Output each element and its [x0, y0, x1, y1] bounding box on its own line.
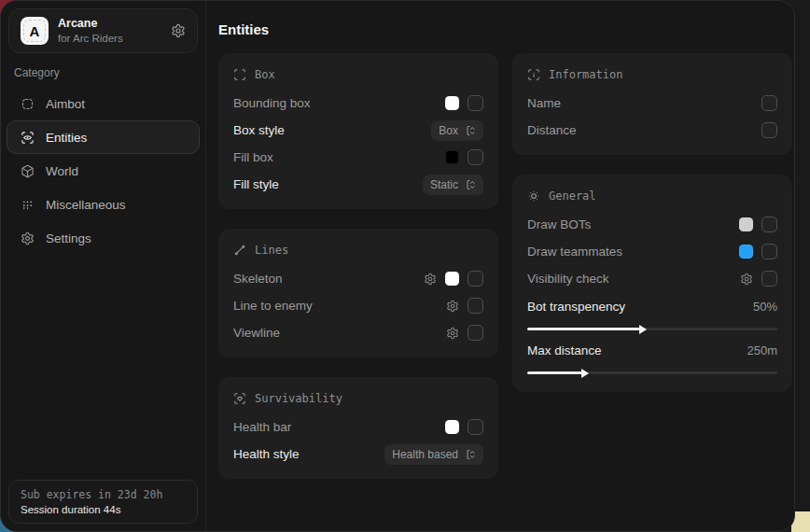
sidebar-item-aimbot[interactable]: Aimbot — [7, 87, 200, 120]
slider-fill — [527, 371, 582, 374]
setting-row: Name — [527, 90, 777, 117]
setting-row: Distance — [527, 117, 777, 144]
sidebar-item-label: Entities — [46, 131, 87, 145]
setting-row: Health style Health based — [233, 441, 483, 468]
sidebar-item-label: Miscellaneous — [46, 198, 126, 212]
scan-eye-icon — [21, 131, 35, 145]
row-label: Max distance — [527, 343, 602, 357]
checkbox[interactable] — [761, 95, 777, 111]
color-swatch[interactable] — [445, 420, 459, 434]
checkbox[interactable] — [468, 325, 483, 341]
gear-icon — [21, 231, 35, 245]
chevron-up-down-icon — [465, 449, 476, 460]
app-header: A Arcane for Arc Riders — [8, 8, 198, 53]
dropdown-value: Static — [430, 178, 458, 191]
sidebar-item-settings[interactable]: Settings — [7, 221, 200, 255]
survivability-card-header: Survivability — [233, 388, 483, 409]
dropdown-value: Box — [439, 124, 458, 137]
cube-icon — [21, 164, 35, 178]
gear-icon[interactable] — [424, 273, 437, 286]
color-swatch[interactable] — [739, 245, 753, 259]
sub-expires-text: Sub expires in 23d 20h — [21, 488, 186, 501]
sun-dim-icon — [527, 189, 540, 203]
box-card: Box Bounding box Box style Box — [218, 53, 498, 209]
app-subtitle: for Arc Riders — [58, 32, 123, 45]
sidebar-item-label: Aimbot — [46, 97, 85, 111]
color-swatch[interactable] — [445, 272, 459, 286]
setting-row: Bounding box — [233, 90, 483, 117]
health-style-dropdown[interactable]: Health based — [384, 444, 483, 465]
box-style-dropdown[interactable]: Box — [431, 120, 483, 141]
chevron-up-down-icon — [465, 179, 476, 190]
color-swatch[interactable] — [445, 150, 459, 164]
scan-info-icon — [527, 68, 540, 81]
app-logo: A — [21, 17, 49, 45]
sidebar-item-miscellaneous[interactable]: Miscellaneous — [7, 188, 200, 221]
card-title: Lines — [255, 244, 288, 257]
app-window: A Arcane for Arc Riders Category Aimbot — [0, 0, 795, 532]
slider-thumb[interactable] — [639, 325, 647, 334]
left-column: Box Bounding box Box style Box — [218, 53, 498, 479]
dots-grid-icon — [21, 198, 35, 212]
color-swatch[interactable] — [739, 217, 753, 231]
sidebar-item-world[interactable]: World — [7, 154, 200, 188]
slider-label-row: Bot transpenency 50% — [527, 293, 777, 320]
row-label: Fill box — [233, 150, 273, 164]
checkbox[interactable] — [468, 419, 483, 435]
gear-icon[interactable] — [446, 300, 459, 313]
card-title: Survivability — [255, 392, 342, 405]
box-card-header: Box — [233, 64, 483, 85]
row-label: Name — [527, 96, 561, 110]
diagonal-line-icon — [233, 244, 246, 257]
sidebar-item-entities[interactable]: Entities — [7, 120, 200, 154]
checkbox[interactable] — [468, 298, 483, 314]
general-card: General Draw BOTs Draw teammates — [512, 175, 792, 392]
row-label: Bot transpenency — [527, 300, 625, 314]
information-card-header: Information — [527, 64, 777, 85]
checkbox[interactable] — [468, 149, 483, 165]
slider-track[interactable] — [527, 328, 777, 330]
general-card-header: General — [527, 186, 777, 206]
lines-card: Lines Skeleton Line to enemy — [218, 229, 498, 357]
row-label: Bounding box — [233, 96, 311, 110]
app-meta: Arcane for Arc Riders — [58, 17, 123, 45]
gear-icon[interactable] — [171, 23, 186, 38]
slider-track[interactable] — [527, 371, 777, 374]
information-card: Information Name Distance — [512, 53, 792, 155]
max-distance-slider-group: Max distance 250m — [527, 337, 777, 374]
scan-brackets-icon — [233, 68, 246, 81]
checkbox[interactable] — [761, 122, 777, 138]
sidebar-nav: Aimbot Entities World Miscellaneous — [1, 87, 205, 255]
card-title: General — [549, 189, 596, 203]
fill-style-dropdown[interactable]: Static — [423, 175, 483, 195]
setting-row: Visibility check — [527, 265, 777, 292]
row-label: Box style — [233, 123, 285, 137]
dashed-crosshair-icon — [21, 97, 35, 111]
row-label: Distance — [527, 123, 577, 137]
checkbox[interactable] — [468, 271, 483, 287]
slider-thumb[interactable] — [581, 369, 589, 378]
row-label: Health style — [233, 447, 300, 461]
setting-row: Box style Box — [233, 117, 483, 144]
scan-heart-icon — [233, 392, 246, 405]
card-title: Information — [549, 68, 622, 81]
lines-card-header: Lines — [233, 240, 483, 260]
checkbox[interactable] — [468, 95, 483, 111]
color-swatch[interactable] — [445, 96, 459, 110]
slider-fill — [527, 328, 640, 330]
sidebar-item-label: World — [46, 164, 78, 178]
checkbox[interactable] — [761, 217, 777, 232]
row-label: Draw BOTs — [527, 217, 591, 231]
checkbox[interactable] — [761, 244, 777, 259]
row-label: Fill style — [233, 177, 279, 191]
checkbox[interactable] — [761, 271, 777, 287]
setting-row: Line to enemy — [233, 292, 483, 319]
category-label: Category — [14, 66, 205, 79]
row-label: Line to enemy — [233, 299, 313, 313]
setting-row: Viewline — [233, 319, 483, 346]
gear-icon[interactable] — [446, 327, 459, 340]
gear-icon[interactable] — [740, 273, 753, 286]
row-label: Health bar — [233, 420, 291, 434]
app-name: Arcane — [58, 17, 123, 32]
page-title: Entities — [218, 21, 794, 37]
